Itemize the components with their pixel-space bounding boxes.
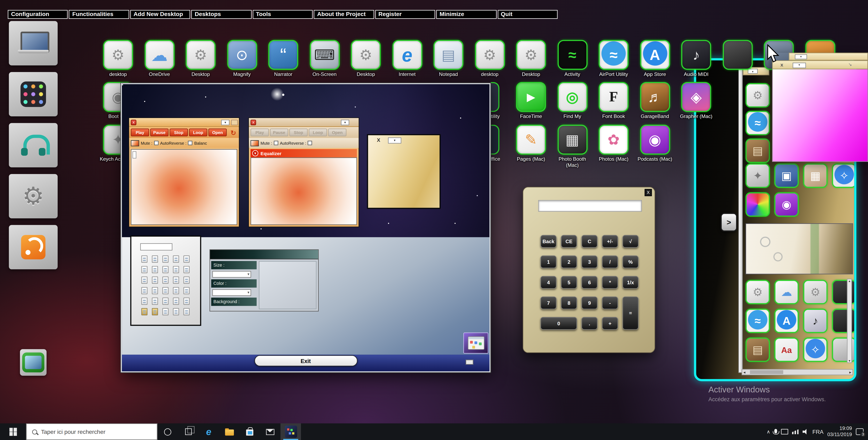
close-icon[interactable]: X — [645, 189, 652, 196]
close-icon[interactable]: x — [251, 120, 256, 125]
calculator-key[interactable]: * — [602, 276, 618, 289]
close-icon[interactable]: x — [131, 120, 136, 125]
desktop-icon[interactable]: ▦ Photo Booth (Mac) — [553, 125, 592, 168]
calculator-key[interactable]: 2 — [561, 255, 577, 268]
safari-icon[interactable]: ✧ — [803, 337, 828, 362]
desktop-icon[interactable]: “ Narrator — [264, 40, 303, 77]
file-icon[interactable] — [173, 277, 179, 284]
desktop-icon[interactable]: ≈ AirPort Utility — [594, 40, 633, 77]
file-icon[interactable] — [173, 287, 179, 294]
calculator-key[interactable]: = — [622, 296, 639, 330]
calculator-key[interactable]: 5 — [561, 276, 577, 289]
sidebar-item[interactable]: ⚙ — [9, 174, 58, 218]
settings-doc-icon[interactable]: ⚙ — [745, 280, 770, 304]
chevron-down-icon[interactable]: ▾ — [341, 120, 349, 125]
calculator-key[interactable]: 3 — [582, 255, 597, 268]
desktop-icon[interactable]: ⊙ Magnify — [223, 40, 261, 77]
menu-item[interactable]: Quit — [497, 10, 558, 19]
file-icon[interactable] — [142, 277, 148, 284]
desktop-icon[interactable]: ◎ Find My — [553, 82, 592, 120]
player-button-disabled[interactable]: Stop — [289, 128, 308, 136]
desktop-icon[interactable]: ≈ Activity — [553, 40, 592, 77]
desktop-icon[interactable]: ☁ OneDrive — [140, 40, 179, 77]
calculator-key[interactable]: √ — [622, 235, 639, 248]
scroll-right-icon[interactable]: ► — [849, 371, 852, 374]
chevron-down-icon[interactable]: ▾ — [221, 120, 229, 125]
vertical-scrollbar[interactable] — [738, 65, 743, 373]
scroll-down-icon[interactable]: ▼ — [848, 359, 851, 363]
equalizer-bar[interactable]: ▾ Equalizer — [251, 149, 357, 157]
file-icon[interactable] — [173, 308, 179, 315]
tray-expand-icon[interactable]: ∧ — [767, 429, 770, 435]
sidebar-item[interactable] — [9, 225, 58, 269]
menu-item[interactable]: Desktops — [191, 10, 252, 19]
airport-wifi-icon[interactable]: ≈ — [745, 309, 770, 333]
file-icon[interactable] — [162, 287, 168, 294]
file-icon[interactable] — [142, 287, 148, 294]
settings-doc-icon[interactable]: ⚙ — [745, 83, 770, 107]
desktop-icon[interactable]: ⚙ Desktop — [346, 40, 385, 77]
color-wheel-icon[interactable] — [745, 192, 770, 217]
chevron-down-icon[interactable]: ▾ — [793, 63, 806, 68]
player-button-disabled[interactable]: Play — [251, 128, 269, 136]
calculator-key[interactable]: 1 — [540, 255, 557, 268]
menu-item[interactable]: Tools — [253, 10, 313, 19]
calculator-key[interactable]: Back — [540, 235, 557, 248]
calculator-key[interactable]: 7 — [540, 296, 557, 309]
autoreverse-checkbox[interactable] — [188, 141, 193, 145]
autoreverse-checkbox[interactable] — [308, 141, 312, 145]
network-icon[interactable] — [792, 429, 799, 434]
file-icon[interactable] — [152, 266, 158, 273]
player-button[interactable]: Stop — [170, 128, 188, 136]
desktop-icon[interactable]: ♬ GarageBand — [636, 82, 674, 120]
file-grid-input[interactable] — [140, 243, 173, 250]
partial-app-icon[interactable] — [832, 280, 857, 304]
pink-window-titlebar[interactable]: x ▾ ↘ — [772, 60, 868, 69]
app-store-icon[interactable]: A — [774, 309, 799, 333]
sidebar-item-desktop-preview[interactable] — [20, 349, 46, 376]
file-icon[interactable] — [183, 308, 190, 315]
desktop-icon[interactable] — [718, 40, 757, 77]
desktop-icon[interactable]: ▤ Notepad — [429, 40, 468, 77]
file-icon[interactable] — [152, 297, 158, 305]
display-tray-icon[interactable] — [781, 429, 788, 435]
menu-item[interactable]: Register — [375, 10, 435, 19]
player-button-disabled[interactable]: Pause — [270, 128, 288, 136]
calculator-key[interactable]: 8 — [561, 296, 577, 309]
color-select[interactable]: ▾ — [212, 289, 251, 296]
file-icon[interactable] — [162, 277, 168, 284]
cortana-button[interactable] — [157, 423, 178, 440]
grid-vertical-scrollbar[interactable]: ▲ ▼ — [847, 279, 852, 363]
volume-icon[interactable] — [802, 429, 808, 435]
display-icon[interactable]: ▣ — [774, 163, 799, 188]
calculator-key[interactable]: 1/x — [622, 276, 639, 289]
calculator-key[interactable]: - — [602, 296, 618, 309]
store-button[interactable] — [240, 423, 260, 440]
size-select[interactable]: ▾ — [212, 271, 251, 278]
calculator-key[interactable]: % — [622, 255, 639, 268]
file-icon[interactable] — [162, 266, 168, 273]
onedrive-icon[interactable]: ☁ — [774, 280, 799, 304]
file-icon[interactable] — [152, 308, 158, 315]
horizontal-scrollbar[interactable]: ◄ ► — [742, 369, 853, 375]
mute-checkbox[interactable] — [274, 141, 278, 145]
menu-item[interactable]: About the Project — [314, 10, 374, 19]
pink-window-titlebar-back[interactable]: ▾ — [789, 53, 868, 61]
desktop-icon[interactable]: ⚙ Desktop — [181, 40, 220, 77]
volume-slider[interactable] — [132, 151, 136, 158]
file-explorer-button[interactable] — [219, 423, 240, 440]
file-icon[interactable] — [183, 255, 190, 263]
document-icon[interactable]: ⚙ — [803, 280, 828, 304]
file-icon[interactable] — [173, 266, 179, 273]
file-icon[interactable] — [183, 297, 190, 305]
calculator-key[interactable]: C — [582, 235, 597, 248]
file-icon[interactable] — [142, 255, 148, 263]
desktop-icon[interactable]: F Font Book — [594, 82, 633, 120]
chevron-down-icon[interactable]: ▾ — [795, 54, 807, 59]
file-icon[interactable] — [183, 277, 190, 284]
mail-button[interactable] — [260, 423, 280, 440]
scroll-left-icon[interactable]: ◄ — [743, 371, 746, 374]
file-icon[interactable] — [142, 308, 148, 315]
search-input[interactable]: Taper ici pour rechercher — [26, 423, 157, 440]
player-button[interactable]: Play — [131, 128, 149, 136]
